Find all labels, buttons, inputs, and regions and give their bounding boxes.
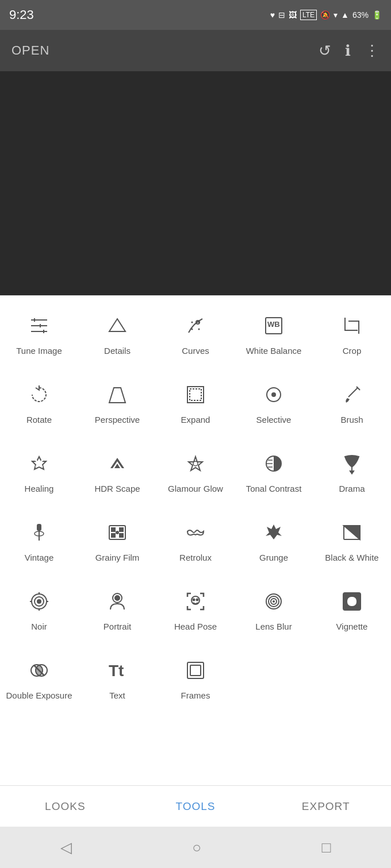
portrait-label: Portrait	[103, 621, 131, 632]
svg-point-61	[273, 600, 275, 603]
svg-point-29	[193, 461, 198, 466]
svg-rect-17	[190, 389, 201, 400]
vintage-label: Vintage	[25, 552, 54, 564]
svg-point-54	[115, 596, 120, 600]
tool-tonal-contrast[interactable]: Tonal Contrast	[235, 439, 313, 508]
noir-icon	[25, 588, 53, 615]
tool-lens-blur[interactable]: Lens Blur	[235, 577, 313, 646]
frames-icon	[182, 657, 209, 684]
tune-image-icon	[25, 312, 53, 340]
svg-point-10	[198, 329, 200, 330]
curves-icon	[182, 312, 209, 340]
retrolux-label: Retrolux	[179, 552, 212, 564]
tool-brush[interactable]: Brush	[313, 371, 391, 439]
lens-blur-icon	[260, 588, 288, 615]
tab-tools[interactable]: TOOLS	[131, 786, 261, 827]
tool-grunge[interactable]: Grunge	[235, 508, 313, 577]
tool-curves[interactable]: Curves	[156, 302, 235, 371]
tool-vintage[interactable]: Vintage	[0, 508, 78, 577]
lens-blur-label: Lens Blur	[255, 621, 292, 632]
hdr-scape-label: HDR Scape	[94, 483, 140, 495]
tool-portrait[interactable]: Portrait	[78, 577, 156, 646]
tool-black-white[interactable]: Black & White	[313, 508, 391, 577]
status-time: 9:23	[9, 7, 34, 22]
lte-icon: LTE	[300, 10, 317, 20]
svg-line-21	[348, 388, 358, 397]
brush-icon	[338, 381, 366, 408]
battery-text: 63%	[352, 10, 369, 20]
tool-details[interactable]: Details	[78, 302, 156, 371]
double-exposure-icon	[25, 657, 53, 684]
toolbar-right: ↺ ℹ ⋮	[319, 42, 379, 60]
tool-expand[interactable]: Expand	[156, 371, 235, 439]
tonal-contrast-label: Tonal Contrast	[246, 483, 302, 495]
tool-perspective[interactable]: Perspective	[78, 371, 156, 439]
tool-double-exposure[interactable]: Double Exposure	[0, 646, 78, 715]
svg-rect-35	[37, 524, 41, 530]
tool-crop[interactable]: Crop	[313, 302, 391, 371]
tab-looks[interactable]: LOOKS	[0, 786, 131, 827]
bottom-tabs: LOOKS TOOLS EXPORT	[0, 785, 391, 827]
tool-frames[interactable]: Frames	[156, 646, 235, 715]
portrait-icon	[103, 588, 131, 615]
recents-nav-icon[interactable]: □	[322, 839, 331, 857]
tool-head-pose[interactable]: Head Pose	[156, 577, 235, 646]
rotate-label: Rotate	[26, 414, 52, 426]
open-button[interactable]: OPEN	[12, 43, 49, 58]
tool-noir[interactable]: Noir	[0, 577, 78, 646]
tool-healing[interactable]: Healing	[0, 439, 78, 508]
perspective-icon	[103, 381, 131, 408]
home-nav-icon[interactable]: ○	[192, 839, 201, 857]
svg-marker-14	[109, 388, 125, 403]
vintage-icon	[25, 519, 53, 546]
crop-label: Crop	[343, 345, 362, 357]
curves-label: Curves	[182, 345, 209, 357]
tool-retrolux[interactable]: Retrolux	[156, 508, 235, 577]
svg-rect-42	[120, 534, 123, 537]
tonal-contrast-icon	[260, 450, 288, 477]
svg-rect-63	[347, 596, 357, 607]
battery-icon: 🔋	[372, 10, 382, 20]
back-nav-icon[interactable]: ◁	[60, 839, 72, 857]
text-label: Text	[109, 690, 125, 701]
svg-text:WB: WB	[267, 320, 280, 329]
tools-section: Tune Image Details	[0, 296, 391, 785]
svg-text:Tt: Tt	[109, 662, 124, 680]
tool-text[interactable]: Tt Text	[78, 646, 156, 715]
details-label: Details	[104, 345, 131, 357]
tool-drama[interactable]: Drama	[313, 439, 391, 508]
info-icon[interactable]: ℹ	[345, 42, 351, 60]
photo-icon: ⊟	[278, 10, 285, 20]
top-toolbar: OPEN ↺ ℹ ⋮	[0, 30, 391, 71]
svg-rect-39	[112, 528, 115, 531]
tool-rotate[interactable]: Rotate	[0, 371, 78, 439]
tool-hdr-scape[interactable]: HDR Scape	[78, 439, 156, 508]
signal-icon: ▲	[341, 10, 349, 20]
tool-glamour-glow[interactable]: Glamour Glow	[156, 439, 235, 508]
svg-point-56	[193, 599, 195, 601]
white-balance-label: White Balance	[246, 345, 302, 357]
frames-label: Frames	[181, 690, 210, 701]
tools-grid: Tune Image Details	[0, 302, 391, 715]
svg-point-7	[191, 322, 193, 323]
tab-export[interactable]: EXPORT	[260, 786, 391, 827]
glamour-glow-label: Glamour Glow	[168, 483, 223, 495]
tool-white-balance[interactable]: WB White Balance	[235, 302, 313, 371]
status-icons: ♥ ⊟ 🖼 LTE 🔕 ▾ ▲ 63% 🔋	[270, 10, 382, 20]
vignette-label: Vignette	[336, 621, 368, 632]
grainy-film-label: Grainy Film	[95, 552, 140, 564]
more-icon[interactable]: ⋮	[365, 42, 379, 60]
wifi-icon: ▾	[334, 10, 338, 20]
tool-grainy-film[interactable]: Grainy Film	[78, 508, 156, 577]
healing-icon	[25, 450, 53, 477]
undo-icon[interactable]: ↺	[319, 42, 331, 60]
expand-label: Expand	[181, 414, 210, 426]
svg-marker-28	[189, 457, 202, 470]
tool-vignette[interactable]: Vignette	[313, 577, 391, 646]
tool-selective[interactable]: Selective	[235, 371, 313, 439]
selective-icon	[260, 381, 288, 408]
tool-tune-image[interactable]: Tune Image	[0, 302, 78, 371]
drama-icon	[338, 450, 366, 477]
black-white-icon	[338, 519, 366, 546]
svg-rect-41	[120, 528, 123, 531]
